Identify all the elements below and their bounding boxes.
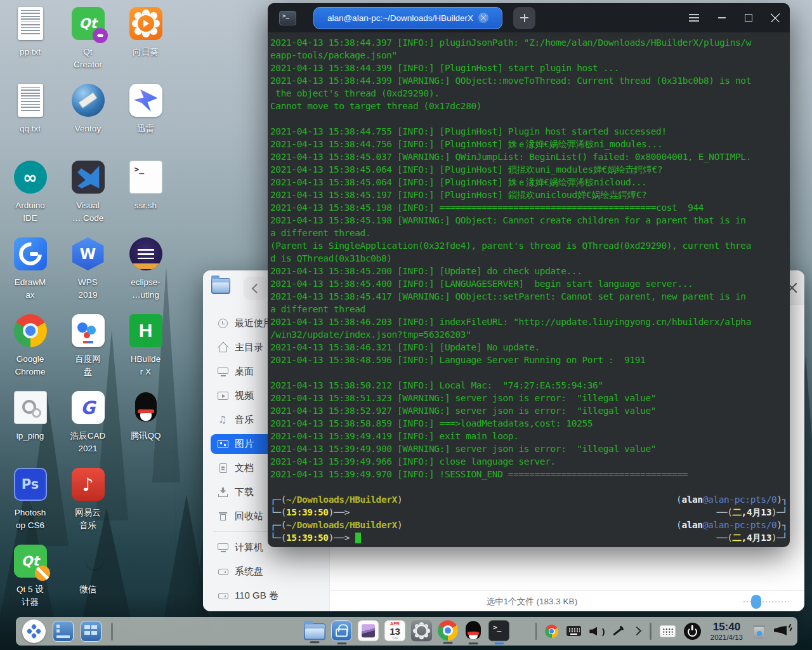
log-line: 2021-04-13 15:38:45.197 [INFO:] [PluginH…: [270, 189, 787, 201]
desktop-icon[interactable]: Qt Qt Creator: [59, 3, 117, 79]
log-line: eapp-tools/package.json": [270, 49, 787, 62]
icon-size-slider[interactable]: [743, 597, 790, 607]
desktop-icon[interactable]: Visual … Code: [59, 156, 117, 233]
desktop-icon[interactable]: Ventoy: [59, 79, 117, 156]
desktop-icon-grid: pp.txt Qt Qt Creator 向日葵 qq.txt Ventoy: [1, 3, 174, 617]
tab-close-icon[interactable]: [478, 13, 488, 23]
desktop-icon[interactable]: qq.txt: [1, 79, 59, 156]
desktop-icon[interactable]: >_ ssr.sh: [117, 156, 174, 233]
log-line: [270, 366, 787, 379]
taskbar-separator: [650, 623, 652, 640]
multitasking-view-icon[interactable]: [81, 621, 102, 642]
chrome-tray-icon[interactable]: [545, 625, 558, 638]
desktop-icon[interactable]: ip_ping: [1, 387, 59, 463]
app-icon: [14, 314, 47, 347]
desktop-icon-label: 向日葵: [133, 46, 159, 58]
sidebar-item-icon: [218, 342, 228, 353]
desktop-icon[interactable]: eclipse- …uting: [117, 233, 174, 310]
desktop-icon[interactable]: 迅雷: [117, 79, 174, 156]
app-store-taskbar-icon[interactable]: [331, 620, 352, 641]
input-method-tray-icon[interactable]: [566, 626, 581, 636]
log-line: 2021-04-13 15:38:44.756 [INFO:] [PluginH…: [270, 138, 787, 150]
tray-expand-chevron-icon[interactable]: [632, 627, 641, 635]
desktop-icon[interactable]: 向日葵: [117, 3, 174, 79]
app-icon-glyph: Ps: [22, 477, 39, 492]
show-desktop-icon[interactable]: [53, 621, 74, 642]
desktop-icon-label: Qt Creator: [74, 46, 102, 71]
close-icon[interactable]: [771, 13, 780, 22]
desktop-icon[interactable]: Qt Qt 5 设 计器: [1, 540, 59, 617]
app-icon: [72, 545, 105, 578]
desktop-icon[interactable]: Ps Photosh op CS6: [1, 463, 59, 540]
sidebar-item[interactable]: 工作: [211, 610, 323, 611]
sidebar-item-label: 图片: [235, 438, 254, 450]
maximize-icon[interactable]: [745, 14, 752, 22]
log-line: 2021-04-13 15:38:44.397 [INFO:] pluginJs…: [270, 36, 787, 49]
log-line: 2021-04-13 15:38:46.203 [INFO:] indexFil…: [270, 315, 787, 328]
sidebar-item[interactable]: 110 GB 卷: [211, 586, 323, 606]
taskbar-separator: [535, 623, 537, 640]
log-line: [270, 112, 787, 125]
sidebar-item-icon: [218, 590, 228, 601]
keyboard-layout-icon[interactable]: [660, 625, 676, 637]
log-line: /win32/update/index.json?tmp=56326203": [270, 328, 787, 341]
new-tab-button[interactable]: [513, 7, 535, 29]
prompt-weekday: 二: [732, 531, 741, 544]
back-button[interactable]: [244, 277, 267, 300]
desktop-icon[interactable]: Google Chrome: [1, 310, 59, 387]
prompt-date: ,4月13: [742, 531, 771, 544]
volume-tray-icon[interactable]: [589, 625, 603, 637]
desktop-icon[interactable]: pp.txt: [1, 3, 59, 79]
log-line: a different thread.: [270, 227, 787, 239]
app-icon-glyph: [138, 409, 154, 413]
clock-time: 15:40: [713, 621, 740, 633]
desktop-icon[interactable]: W WPS 2019: [59, 233, 117, 310]
chrome-taskbar-icon[interactable]: [438, 620, 458, 640]
prompt-time: 15:39:50: [286, 506, 329, 519]
sidebar-item[interactable]: 系统盘: [211, 562, 323, 581]
terminal-tab[interactable]: alan@alan-pc:~/Downloads/HBuilderX: [313, 7, 502, 29]
prompt-host: @alan-pc:pts/0: [703, 493, 777, 506]
terminal-output[interactable]: 2021-04-13 15:38:44.397 [INFO:] pluginJs…: [268, 32, 790, 547]
trash-icon[interactable]: [752, 623, 766, 639]
file-manager-taskbar-icon[interactable]: [304, 621, 325, 640]
log-line: 2021-04-13 15:38:45.200 [INFO:] [Update]…: [270, 265, 787, 277]
desktop-icon[interactable]: H HBuilde r X: [117, 310, 174, 387]
desktop-icon[interactable]: 百度网 盘: [59, 310, 117, 387]
app-icon-glyph: ♪: [82, 474, 94, 495]
log-line: 2021-04-13 15:38:48.596 [INFO:] Language…: [270, 354, 787, 366]
terminal-taskbar-icon[interactable]: >_: [488, 620, 509, 641]
desktop-icon[interactable]: 腾讯QQ: [117, 387, 174, 463]
prompt-user: alan: [681, 493, 702, 506]
minimize-icon[interactable]: [717, 13, 726, 22]
log-line: a different thread: [270, 303, 787, 315]
menu-icon[interactable]: [689, 14, 699, 22]
log-line: 2021-04-13 15:39:49.970 [INFO:] !SESSION…: [270, 468, 787, 481]
clock-date: 2021/4/13: [710, 633, 743, 642]
desktop-icon[interactable]: ∞ Arduino IDE: [1, 156, 59, 233]
power-icon[interactable]: [684, 623, 701, 640]
prompt-user: alan: [681, 519, 702, 531]
log-line: 2021-04-13 15:38:44.755 [INFO:] [PluginH…: [270, 125, 787, 138]
clock[interactable]: 15:40 2021/4/13: [710, 621, 743, 642]
slider-knob[interactable]: [751, 595, 761, 609]
launcher-icon[interactable]: [22, 620, 46, 643]
desktop-icon-label: 网易云 音乐: [75, 507, 101, 532]
prompt-input-line[interactable]: └─(15:39:50)──>──(二,4月13)─┘: [270, 531, 787, 544]
notification-megaphone-icon[interactable]: [774, 624, 791, 639]
desktop-icon[interactable]: 微信: [59, 540, 117, 617]
desktop-icon-label: HBuilde r X: [131, 353, 160, 378]
qq-taskbar-icon[interactable]: [464, 620, 483, 641]
terminal-titlebar[interactable]: >_ alan@alan-pc:~/Downloads/HBuilderX: [268, 3, 790, 32]
calendar-taskbar-icon[interactable]: APR 13 TUE: [384, 620, 405, 641]
image-viewer-taskbar-icon[interactable]: [358, 620, 379, 641]
desktop-icon[interactable]: G 浩辰CAD 2021: [59, 387, 117, 463]
log-line: 2021-04-13 15:38:58.859 [INFO:] ===>load…: [270, 417, 787, 430]
desktop-icon[interactable]: ♪ 网易云 音乐: [59, 463, 117, 540]
desktop-icon-label: ip_ping: [16, 430, 44, 442]
app-icon-glyph: Qt: [79, 16, 97, 31]
injector-tray-icon[interactable]: [612, 625, 625, 637]
desktop-icon[interactable]: EdrawM ax: [1, 233, 59, 310]
control-center-taskbar-icon[interactable]: [411, 620, 432, 641]
terminal-tab-title: alan@alan-pc:~/Downloads/HBuilderX: [327, 13, 473, 23]
